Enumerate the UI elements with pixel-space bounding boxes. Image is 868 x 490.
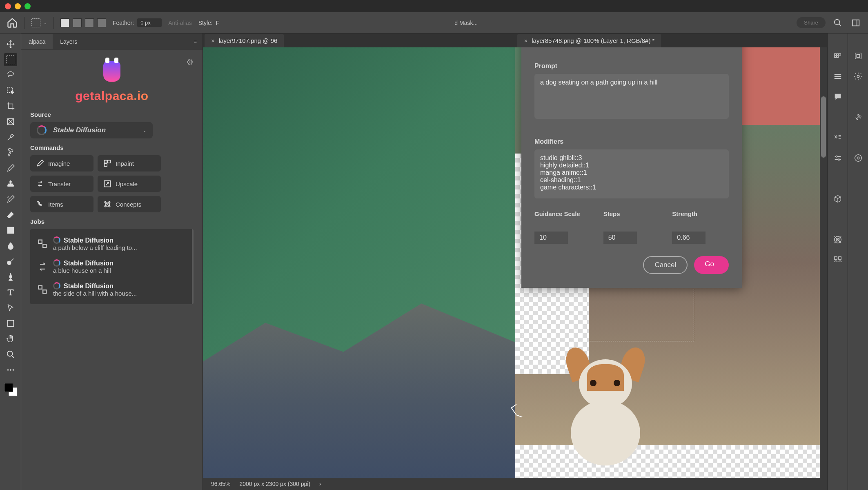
hand-tool-icon[interactable] <box>4 332 17 345</box>
guidance-scale-input[interactable]: 10 <box>534 232 568 244</box>
chevron-down-icon: ⌄ <box>143 128 146 133</box>
upscale-button[interactable]: Upscale <box>98 176 161 192</box>
items-label: Items <box>48 201 63 208</box>
more-tools-icon[interactable] <box>4 363 17 376</box>
tab-alpaca[interactable]: alpaca <box>21 34 53 49</box>
concepts-button[interactable]: Concepts <box>98 196 161 212</box>
document-tab-label: layer85748.png @ 100% (Layer 1, RGB/8#) … <box>532 37 654 44</box>
minimize-window-dot[interactable] <box>15 3 21 9</box>
share-button[interactable]: Share <box>797 17 826 28</box>
transfer-button[interactable]: Transfer <box>30 176 93 192</box>
panel-menu-icon[interactable]: ≡ <box>188 39 203 45</box>
feather-input[interactable]: 0 px <box>137 18 162 27</box>
selection-mode-intersect[interactable] <box>97 18 106 27</box>
blur-tool-icon[interactable] <box>4 239 17 252</box>
gradient-tool-icon[interactable] <box>4 224 17 237</box>
svg-rect-21 <box>43 244 46 247</box>
style-dropdown[interactable]: F <box>216 20 220 26</box>
canvas-area: ×layer97107.png @ 96 ×layer85748.png @ 1… <box>203 33 827 490</box>
marquee-tool-icon[interactable] <box>4 53 17 66</box>
color-panel-icon[interactable] <box>832 50 844 62</box>
options-bar: ⌄ Feather: 0 px Anti-alias Style: F d Ma… <box>0 12 868 33</box>
selection-mode-new[interactable] <box>60 18 69 27</box>
crop-tool-icon[interactable] <box>4 100 17 113</box>
source-label: Source <box>30 111 194 118</box>
close-window-dot[interactable] <box>5 3 11 9</box>
svg-point-37 <box>857 75 859 78</box>
inpaint-button[interactable]: Inpaint <box>98 155 161 172</box>
svg-point-9 <box>7 369 9 371</box>
job-desc: a blue house on a hill <box>53 267 185 274</box>
right-panel-group-1 <box>827 33 848 490</box>
strength-input[interactable]: 0.66 <box>672 232 706 244</box>
source-dropdown[interactable]: Stable Diffusion ⌄ <box>30 122 153 138</box>
close-tab-icon[interactable]: × <box>211 37 215 44</box>
maximize-window-dot[interactable] <box>24 3 31 9</box>
move-tool-icon[interactable] <box>4 38 17 51</box>
brush-tool-icon[interactable] <box>4 162 17 175</box>
brushes-panel-icon[interactable] <box>832 131 844 144</box>
history-panel-icon[interactable] <box>852 50 864 62</box>
steps-input[interactable]: 50 <box>603 232 637 244</box>
svg-rect-33 <box>834 257 837 259</box>
guidance-scale-label: Guidance Scale <box>534 209 591 227</box>
generation-dialog: Selected Area 1024 x 1024 px Prompt Modi… <box>521 47 742 288</box>
healing-brush-tool-icon[interactable] <box>4 146 17 159</box>
frame-tool-icon[interactable] <box>4 115 17 128</box>
imagine-button[interactable]: Imagine <box>30 155 93 172</box>
3d-panel-icon[interactable] <box>832 193 844 205</box>
clone-stamp-tool-icon[interactable] <box>4 177 17 190</box>
adjustments-panel-icon[interactable] <box>832 152 844 164</box>
marquee-tool-preset[interactable]: ⌄ <box>31 18 47 27</box>
dodge-tool-icon[interactable] <box>4 255 17 268</box>
job-type-icon <box>37 238 48 249</box>
eraser-tool-icon[interactable] <box>4 208 17 221</box>
type-tool-icon[interactable] <box>4 286 17 299</box>
job-desc: the side of a hill with a house... <box>53 290 185 297</box>
job-item[interactable]: Stable Diffusiona path below a cliff lea… <box>32 232 190 255</box>
libraries-panel-icon[interactable] <box>832 234 844 246</box>
cancel-button[interactable]: Cancel <box>643 256 688 274</box>
zoom-level[interactable]: 96.65% <box>211 481 230 487</box>
gear-icon[interactable]: ⚙ <box>186 57 194 67</box>
job-item[interactable]: Stable Diffusiona blue house on a hill <box>32 255 190 278</box>
selection-mode-subtract[interactable] <box>85 18 94 27</box>
quick-select-tool-icon[interactable] <box>4 84 17 97</box>
go-button[interactable]: Go <box>694 256 729 274</box>
actions-panel-icon[interactable] <box>852 70 864 82</box>
workspace-icon[interactable] <box>850 17 861 29</box>
chevron-right-icon[interactable]: › <box>319 481 321 487</box>
swatches-panel-icon[interactable] <box>832 70 844 82</box>
shape-tool-icon[interactable] <box>4 317 17 330</box>
tab-layers[interactable]: Layers <box>53 34 85 49</box>
antialias-checkbox[interactable]: Anti-alias <box>168 20 192 26</box>
pen-tool-icon[interactable] <box>4 270 17 283</box>
items-button[interactable]: Items <box>30 196 93 212</box>
svg-rect-1 <box>852 20 859 26</box>
canvas-left[interactable] <box>203 47 515 478</box>
job-item[interactable]: Stable Diffusionthe side of a hill with … <box>32 278 190 301</box>
svg-rect-23 <box>43 290 46 293</box>
selection-mode-add[interactable] <box>73 18 82 27</box>
select-and-mask-button[interactable]: d Mask... <box>454 20 478 26</box>
scrollbar-vertical[interactable] <box>820 47 827 478</box>
svg-point-0 <box>835 19 840 24</box>
path-select-tool-icon[interactable] <box>4 301 17 314</box>
lasso-tool-icon[interactable] <box>4 69 17 82</box>
close-tab-icon[interactable]: × <box>524 37 527 44</box>
document-tab[interactable]: ×layer85748.png @ 100% (Layer 1, RGB/8#)… <box>517 34 661 47</box>
document-tab[interactable]: ×layer97107.png @ 96 <box>205 34 284 47</box>
svg-rect-34 <box>838 257 841 259</box>
history-brush-tool-icon[interactable] <box>4 193 17 206</box>
channels-panel-icon[interactable] <box>852 111 864 123</box>
zoom-tool-icon[interactable] <box>4 348 17 361</box>
eyedropper-tool-icon[interactable] <box>4 131 17 144</box>
properties-panel-icon[interactable] <box>832 254 844 266</box>
comments-panel-icon[interactable] <box>832 91 844 103</box>
paths-panel-icon[interactable] <box>852 152 864 164</box>
home-icon[interactable] <box>7 17 18 29</box>
color-swatch[interactable] <box>4 383 17 396</box>
modifiers-input[interactable] <box>534 149 729 198</box>
search-icon[interactable] <box>832 17 844 29</box>
prompt-input[interactable] <box>534 74 729 119</box>
